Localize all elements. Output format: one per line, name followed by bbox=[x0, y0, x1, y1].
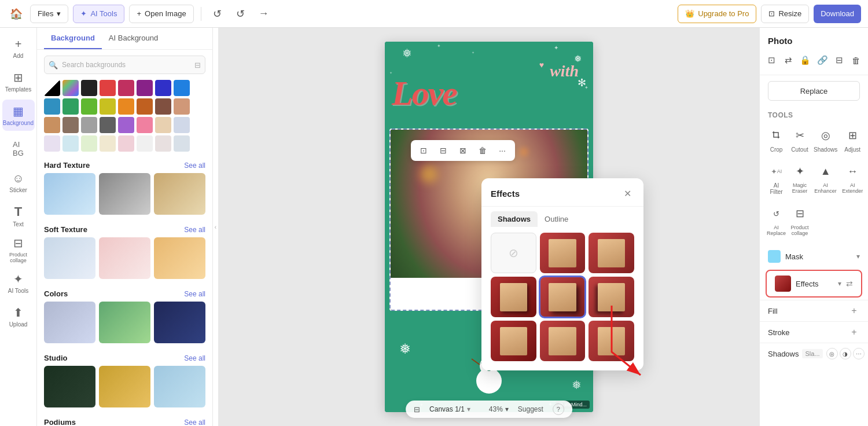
sidebar-item-sticker[interactable]: ☺ Sticker bbox=[2, 167, 35, 198]
color-swatch[interactable] bbox=[155, 80, 171, 96]
open-image-button[interactable]: + Open Image bbox=[129, 5, 193, 23]
sidebar-item-background[interactable]: ▦ Background bbox=[2, 100, 35, 131]
color-swatch[interactable] bbox=[81, 98, 97, 115]
color-swatch[interactable] bbox=[174, 117, 190, 133]
soft-texture-thumb-1[interactable] bbox=[44, 237, 95, 279]
effects-tab-shadows[interactable]: Shadows bbox=[491, 211, 538, 227]
color-swatch[interactable] bbox=[62, 80, 79, 96]
delete-button[interactable]: 🗑 bbox=[475, 142, 491, 159]
sidebar-item-text[interactable]: T Text bbox=[2, 200, 35, 232]
studio-thumb-1[interactable] bbox=[44, 366, 95, 407]
color-swatch[interactable] bbox=[62, 117, 79, 133]
hard-texture-thumb-2[interactable] bbox=[99, 173, 150, 215]
ai-tools-button[interactable]: ✦ AI Tools bbox=[73, 5, 124, 23]
redo-button[interactable]: ↺ bbox=[231, 5, 250, 23]
tab-background[interactable]: Background bbox=[44, 28, 102, 49]
suggest-button[interactable]: Suggest bbox=[518, 405, 543, 413]
studio-see-all[interactable]: See all bbox=[184, 354, 205, 362]
search-input[interactable] bbox=[44, 56, 205, 74]
ai-replace-tool[interactable]: ↺ AI Replace bbox=[766, 201, 787, 240]
color-swatch[interactable] bbox=[118, 135, 134, 152]
sidebar-item-ai-tools[interactable]: ✦ AI Tools bbox=[2, 267, 35, 299]
color-swatch[interactable] bbox=[100, 135, 116, 152]
studio-thumb-3[interactable] bbox=[154, 366, 205, 407]
lock-icon[interactable]: 🔒 bbox=[799, 52, 811, 69]
color-swatch[interactable] bbox=[100, 98, 116, 115]
effects-row[interactable]: Effects ▾ ⇄ bbox=[766, 270, 862, 298]
sidebar-item-ai-background[interactable]: AIBG bbox=[2, 133, 35, 164]
filter-icon[interactable]: ⊟ bbox=[194, 61, 201, 69]
soft-texture-see-all[interactable]: See all bbox=[184, 226, 205, 234]
color-swatch[interactable] bbox=[137, 117, 153, 133]
color-swatch[interactable] bbox=[155, 117, 171, 133]
effects-thumb-6[interactable] bbox=[491, 321, 536, 361]
crop-button[interactable]: ⊟ bbox=[435, 142, 451, 159]
hard-texture-see-all[interactable]: See all bbox=[184, 161, 205, 170]
color-swatch[interactable] bbox=[44, 80, 60, 96]
color-swatch[interactable] bbox=[137, 135, 153, 152]
hard-texture-thumb-1[interactable] bbox=[44, 173, 95, 215]
color-thumb-2[interactable] bbox=[99, 302, 150, 343]
effects-none-option[interactable]: ⊘ bbox=[491, 233, 536, 273]
color-swatch[interactable] bbox=[44, 135, 60, 152]
colors-see-all[interactable]: See all bbox=[184, 290, 205, 298]
studio-thumb-2[interactable] bbox=[99, 366, 150, 407]
sidebar-item-upload[interactable]: ⬆ Upload bbox=[2, 301, 35, 332]
color-swatch[interactable] bbox=[100, 117, 116, 133]
mask-chevron-icon[interactable]: ▾ bbox=[856, 252, 860, 260]
undo-button[interactable]: ↺ bbox=[208, 5, 227, 23]
color-swatch[interactable] bbox=[81, 80, 97, 96]
ai-extender-tool[interactable]: ↔ AI Extender bbox=[841, 159, 864, 199]
ai-filter-tool[interactable]: ✦AI AI Filter bbox=[766, 159, 787, 199]
color-swatch[interactable] bbox=[100, 80, 116, 96]
effects-tab-outline[interactable]: Outline bbox=[538, 211, 575, 227]
stroke-add-button[interactable]: + bbox=[848, 326, 860, 338]
color-swatch[interactable] bbox=[118, 98, 134, 115]
color-swatch[interactable] bbox=[137, 80, 153, 96]
sidebar-item-add[interactable]: + Add bbox=[2, 32, 35, 64]
ai-enhancer-tool[interactable]: ▲ AI Enhancer bbox=[812, 159, 838, 199]
sidebar-item-templates[interactable]: ⊞ Templates bbox=[2, 66, 35, 97]
more-button[interactable]: ··· bbox=[494, 142, 510, 159]
crop-tool[interactable]: Crop bbox=[766, 123, 787, 156]
tab-ai-background[interactable]: AI Background bbox=[102, 28, 165, 49]
color-swatch[interactable] bbox=[81, 135, 97, 152]
color-swatch[interactable] bbox=[118, 117, 134, 133]
effects-thumb-8[interactable] bbox=[589, 321, 634, 361]
shadows-toggle-button[interactable]: ◑ bbox=[840, 348, 851, 359]
color-swatch[interactable] bbox=[44, 117, 60, 133]
help-button[interactable]: ? bbox=[553, 403, 564, 415]
color-swatch[interactable] bbox=[155, 135, 171, 152]
home-button[interactable]: 🏠 bbox=[7, 5, 25, 23]
color-swatch[interactable] bbox=[81, 117, 97, 133]
magic-eraser-tool[interactable]: ✦ Magic Eraser bbox=[789, 159, 810, 199]
effects-thumb-3[interactable] bbox=[491, 277, 536, 317]
color-swatch[interactable] bbox=[118, 80, 134, 96]
effects-thumb-5[interactable] bbox=[589, 277, 634, 317]
hard-texture-thumb-3[interactable] bbox=[154, 173, 205, 215]
duplicate-icon[interactable]: ⊡ bbox=[766, 52, 778, 69]
resize-button[interactable]: ⊡ Resize bbox=[761, 5, 809, 23]
trash-icon[interactable]: 🗑 bbox=[850, 52, 862, 69]
copy-icon[interactable]: ⊟ bbox=[833, 52, 845, 69]
shadows-settings-button[interactable]: ⋯ bbox=[853, 348, 865, 359]
soft-texture-thumb-2[interactable] bbox=[99, 237, 150, 279]
link-icon[interactable]: 🔗 bbox=[816, 52, 829, 69]
forward-button[interactable]: → bbox=[255, 5, 273, 23]
color-swatch[interactable] bbox=[174, 98, 190, 115]
soft-texture-thumb-3[interactable] bbox=[154, 237, 205, 279]
color-swatch[interactable] bbox=[62, 98, 79, 115]
color-swatch[interactable] bbox=[44, 98, 60, 115]
layers-icon[interactable]: ⊟ bbox=[414, 405, 420, 414]
download-button[interactable]: Download bbox=[814, 5, 861, 23]
effects-thumb-1[interactable] bbox=[540, 233, 586, 273]
effects-adjust-icon[interactable]: ⇄ bbox=[846, 279, 853, 288]
files-menu[interactable]: Files ▾ bbox=[30, 5, 68, 23]
color-swatch[interactable] bbox=[174, 135, 190, 152]
upgrade-button[interactable]: 👑 Upgrade to Pro bbox=[678, 5, 756, 23]
shadows-tool[interactable]: ◎ Shadows bbox=[812, 123, 838, 156]
lock-button[interactable]: ⊠ bbox=[455, 142, 471, 159]
effects-thumb-7[interactable] bbox=[540, 321, 586, 361]
swap-icon[interactable]: ⇄ bbox=[782, 52, 795, 69]
color-thumb-3[interactable] bbox=[154, 302, 205, 343]
